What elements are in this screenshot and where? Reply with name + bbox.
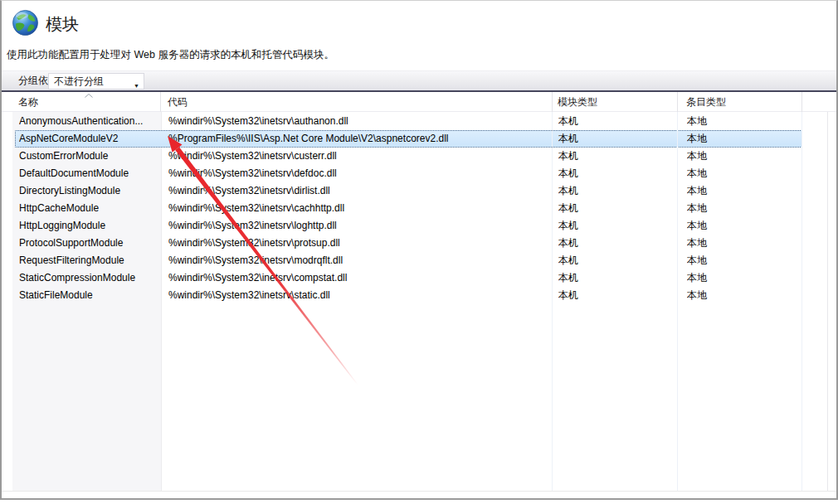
cell-entry-type: 本地 [687, 114, 803, 129]
table-row[interactable]: StaticFileModule %windir%\System32\inets… [15, 287, 802, 304]
cell-name: AnonymousAuthentication... [19, 114, 162, 129]
cell-name: RequestFilteringModule [19, 253, 162, 269]
cell-code: %windir%\System32\inetsrv\protsup.dll [168, 235, 550, 251]
cell-module-type: 本机 [558, 235, 675, 251]
modules-list: AnonymousAuthentication... %windir%\Syst… [2, 112, 836, 491]
cell-module-type: 本机 [558, 166, 675, 182]
cell-code: %windir%\System32\inetsrv\static.dll [168, 288, 550, 303]
group-by-dropdown[interactable]: 不进行分组 ▼ [48, 73, 144, 90]
table-row[interactable]: StaticCompressionModule %windir%\System3… [15, 269, 802, 287]
cell-code: %windir%\System32\inetsrv\compstat.dll [168, 270, 550, 286]
sort-ascending-icon [84, 93, 94, 99]
group-by-selected-value: 不进行分组 [54, 75, 104, 87]
cell-name: AspNetCoreModuleV2 [19, 131, 162, 147]
cell-name: DirectoryListingModule [19, 183, 162, 199]
table-header-row: 名称 代码 模块类型 条目类型 [2, 92, 836, 112]
cell-module-type: 本机 [558, 183, 675, 199]
column-header-label: 代码 [168, 96, 188, 108]
cell-code: %windir%\System32\inetsrv\loghttp.dll [168, 218, 550, 234]
cell-entry-type: 本地 [687, 183, 803, 199]
table-row[interactable]: ProtocolSupportModule %windir%\System32\… [15, 235, 802, 252]
column-header-entry-type[interactable]: 条目类型 [684, 92, 800, 112]
cell-module-type: 本机 [558, 253, 675, 269]
column-header-code[interactable]: 代码 [164, 92, 548, 112]
cell-module-type: 本机 [558, 218, 675, 234]
cell-code: %windir%\System32\inetsrv\cachhttp.dll [168, 201, 550, 216]
table-row[interactable]: AspNetCoreModuleV2 %ProgramFiles%\IIS\As… [15, 130, 802, 148]
table-row[interactable]: DefaultDocumentModule %windir%\System32\… [15, 165, 802, 182]
cell-module-type: 本机 [558, 288, 675, 303]
cell-name: HttpCacheModule [19, 201, 162, 216]
cell-code: %windir%\System32\inetsrv\custerr.dll [168, 148, 550, 164]
column-header-label: 模块类型 [558, 96, 597, 108]
cell-code: %ProgramFiles%\IIS\Asp.Net Core Module\V… [168, 131, 550, 147]
cell-entry-type: 本地 [687, 131, 803, 147]
cell-entry-type: 本地 [687, 148, 803, 164]
cell-entry-type: 本地 [687, 201, 803, 216]
table-row[interactable]: RequestFilteringModule %windir%\System32… [15, 252, 802, 269]
table-row[interactable]: DirectoryListingModule %windir%\System32… [15, 182, 802, 200]
cell-code: %windir%\System32\inetsrv\defdoc.dll [168, 166, 550, 182]
cell-code: %windir%\System32\inetsrv\modrqflt.dll [168, 253, 550, 269]
table-row[interactable]: CustomErrorModule %windir%\System32\inet… [15, 148, 802, 165]
cell-code: %windir%\System32\inetsrv\authanon.dll [168, 114, 550, 129]
table-row[interactable]: AnonymousAuthentication... %windir%\Syst… [15, 113, 802, 130]
column-header-module-type[interactable]: 模块类型 [556, 92, 672, 112]
cell-module-type: 本机 [558, 131, 675, 147]
iis-modules-feature-page: 模块 使用此功能配置用于处理对 Web 服务器的请求的本机和托管代码模块。 分组… [0, 0, 838, 504]
cell-module-type: 本机 [558, 114, 675, 129]
cell-name: DefaultDocumentModule [19, 166, 162, 182]
cell-name: ProtocolSupportModule [19, 235, 162, 251]
cell-entry-type: 本地 [687, 270, 803, 286]
cell-code: %windir%\System32\inetsrv\dirlist.dll [168, 183, 550, 199]
cell-module-type: 本机 [558, 201, 675, 216]
cell-entry-type: 本地 [687, 288, 803, 303]
cell-name: StaticCompressionModule [19, 270, 162, 286]
globe-icon [12, 9, 39, 36]
column-header-label: 条目类型 [686, 96, 726, 108]
cell-name: StaticFileModule [19, 288, 162, 303]
cell-entry-type: 本地 [687, 235, 803, 251]
group-by-toolbar: 分组依据: 不进行分组 ▼ [2, 70, 836, 92]
cell-entry-type: 本地 [687, 218, 803, 234]
table-row[interactable]: HttpLoggingModule %windir%\System32\inet… [15, 217, 802, 235]
cell-name: CustomErrorModule [19, 148, 162, 164]
rows-container: AnonymousAuthentication... %windir%\Syst… [2, 113, 836, 304]
list-bottom-divider [2, 491, 836, 492]
cell-entry-type: 本地 [687, 166, 803, 182]
page-description: 使用此功能配置用于处理对 Web 服务器的请求的本机和托管代码模块。 [7, 48, 334, 62]
table-row[interactable]: HttpCacheModule %windir%\System32\inetsr… [15, 200, 802, 217]
page-title: 模块 [46, 13, 79, 36]
cell-name: HttpLoggingModule [19, 218, 162, 234]
cell-module-type: 本机 [558, 148, 675, 164]
cell-module-type: 本机 [558, 270, 675, 286]
cell-entry-type: 本地 [687, 253, 803, 269]
column-header-label: 名称 [18, 96, 38, 108]
